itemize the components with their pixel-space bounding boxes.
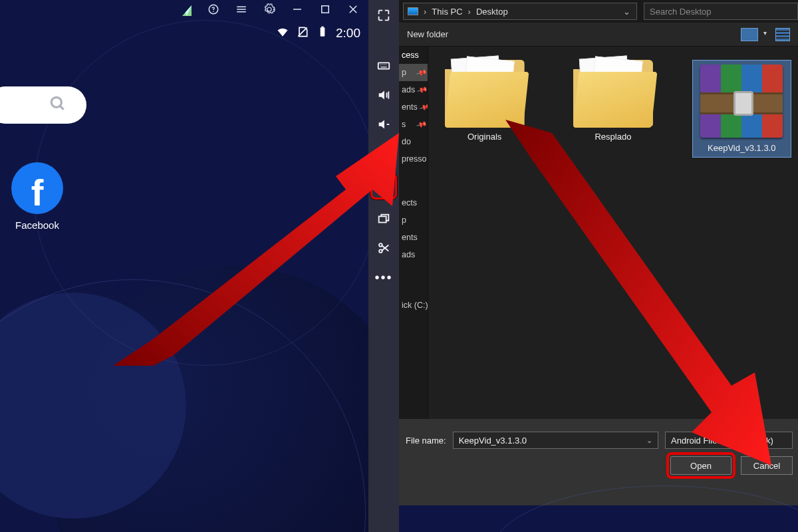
- file-type-select[interactable]: Android Files(*.apk *.xapk): [665, 432, 793, 449]
- fullscreen-icon[interactable]: [374, 5, 394, 25]
- pin-icon: 📌: [418, 100, 428, 113]
- dialog-sidebar: cess p📌 ads📌 ents📌 s📌 do presso ects p e…: [399, 47, 428, 419]
- wifi-icon: [276, 25, 289, 42]
- bg-shape: [33, 20, 368, 366]
- install-apk-button[interactable]: APK: [370, 173, 397, 200]
- help-icon[interactable]: [207, 3, 219, 18]
- emulator-titlebar: [173, 0, 368, 21]
- close-icon[interactable]: [347, 3, 359, 18]
- app-label: Facebook: [4, 219, 70, 231]
- svg-rect-5: [378, 63, 390, 68]
- cancel-button[interactable]: Cancel: [741, 456, 793, 475]
- play-store-icon[interactable]: [182, 5, 192, 16]
- bg-shape: [399, 505, 798, 532]
- file-name-value: KeepVid_v3.1.3.0: [459, 436, 527, 446]
- dialog-toolbar: New folder: [399, 23, 798, 47]
- multi-instance-icon[interactable]: [374, 209, 394, 229]
- chevron-right-icon: ›: [424, 7, 426, 17]
- maximize-icon[interactable]: [319, 3, 331, 18]
- search-icon: [49, 95, 66, 115]
- emulator-screen: 2:00 f Facebook: [0, 0, 368, 532]
- svg-rect-3: [321, 26, 323, 27]
- search-placeholder: Search Desktop: [650, 7, 712, 17]
- file-name: Originals: [435, 132, 534, 142]
- file-name: KeepVid_v3.1.3.0: [693, 143, 791, 153]
- sidebar-item[interactable]: p: [399, 211, 428, 229]
- svg-rect-0: [293, 9, 301, 10]
- : [408, 7, 418, 15]
- archive-icon: [700, 65, 783, 138]
- pin-icon: 📌: [416, 118, 428, 130]
- dialog-address-bar: › This PC › Desktop ⌄ Search Desktop: [399, 0, 798, 23]
- chevron-down-icon[interactable]: ⌄: [620, 7, 632, 17]
- scissors-icon[interactable]: [374, 238, 394, 258]
- svg-rect-9: [379, 216, 386, 222]
- breadcrumb-folder[interactable]: Desktop: [476, 7, 508, 17]
- hamburger-icon[interactable]: [235, 3, 247, 18]
- sidebar-item[interactable]: s📌: [399, 116, 428, 133]
- sidebar-item[interactable]: ick (C:): [399, 297, 428, 314]
- file-list: Originals Resplado KeepVid_v3.1.3.0: [428, 47, 798, 419]
- file-item-folder[interactable]: Resplado: [563, 60, 662, 142]
- sidebar-item[interactable]: ects: [399, 194, 428, 211]
- folder-icon: [445, 60, 525, 126]
- svg-rect-6: [378, 150, 390, 157]
- battery-icon: [316, 25, 329, 42]
- more-icon[interactable]: •••: [374, 267, 394, 287]
- sidebar-item[interactable]: ads📌: [399, 81, 428, 98]
- breadcrumb[interactable]: › This PC › Desktop ⌄: [403, 3, 637, 20]
- search-input[interactable]: Search Desktop: [644, 3, 798, 20]
- sidebar-item[interactable]: do: [399, 133, 428, 150]
- gear-icon[interactable]: [263, 3, 275, 18]
- volume-up-icon[interactable]: [374, 85, 394, 105]
- sidebar-item[interactable]: ads: [399, 246, 428, 263]
- file-open-dialog: › This PC › Desktop ⌄ Search Desktop New…: [399, 0, 798, 532]
- open-button[interactable]: Open: [670, 456, 732, 475]
- file-name-label: File name:: [406, 436, 446, 446]
- volume-down-icon[interactable]: [374, 114, 394, 134]
- status-clock: 2:00: [336, 26, 360, 41]
- sidebar-item[interactable]: p📌: [399, 64, 428, 81]
- pin-icon: 📌: [416, 83, 428, 96]
- minimize-icon[interactable]: [291, 3, 303, 18]
- emulator-sidebar: APK •••: [368, 0, 399, 532]
- view-list-button[interactable]: [775, 28, 790, 41]
- view-mode-button[interactable]: [741, 28, 758, 41]
- folder-icon: [573, 60, 653, 126]
- file-item-archive[interactable]: KeepVid_v3.1.3.0: [692, 60, 791, 158]
- chevron-down-icon[interactable]: ⌄: [646, 436, 652, 445]
- sidebar-item[interactable]: presso: [399, 150, 428, 168]
- sidebar-item[interactable]: ents📌: [399, 98, 428, 116]
- file-item-folder[interactable]: Originals: [435, 60, 534, 142]
- app-shortcut-facebook[interactable]: f Facebook: [4, 162, 70, 231]
- breadcrumb-pc[interactable]: This PC: [432, 7, 462, 17]
- file-name-input[interactable]: KeepVid_v3.1.3.0 ⌄: [453, 432, 658, 449]
- facebook-icon: f: [11, 162, 63, 214]
- svg-point-4: [51, 97, 61, 107]
- sidebar-item[interactable]: ents: [399, 229, 428, 246]
- svg-rect-2: [321, 27, 325, 36]
- chevron-right-icon: ›: [468, 7, 471, 17]
- keyboard-icon[interactable]: [374, 56, 394, 76]
- monitor-icon[interactable]: [374, 144, 394, 164]
- sidebar-quick-access[interactable]: cess: [399, 47, 428, 64]
- svg-rect-1: [322, 6, 329, 13]
- file-name: Resplado: [563, 132, 662, 142]
- android-status-bar: 2:00: [276, 24, 360, 43]
- search-widget[interactable]: [0, 86, 86, 124]
- svg-text:APK: APK: [380, 188, 386, 191]
- new-folder-button[interactable]: New folder: [407, 29, 448, 39]
- pin-icon: 📌: [416, 66, 428, 78]
- file-type-value: Android Files(*.apk *.xapk): [671, 436, 773, 446]
- no-sim-icon: [296, 25, 309, 42]
